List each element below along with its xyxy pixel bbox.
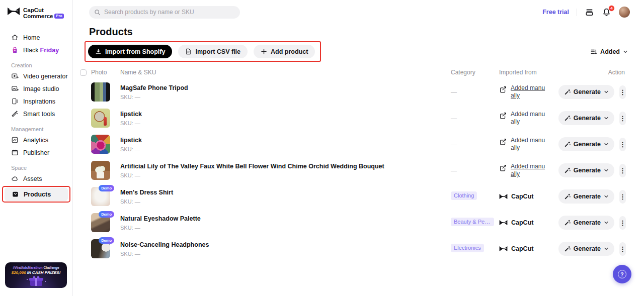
sidebar-item-label: Smart tools <box>23 111 55 118</box>
imported-manual-label[interactable]: Added manually <box>511 137 547 152</box>
demo-badge: Demo <box>99 185 114 191</box>
product-sku: SKU: — <box>120 225 445 231</box>
notifications-button[interactable]: 4 <box>602 8 611 17</box>
avatar[interactable] <box>619 7 630 18</box>
import-csv-label: Import CSV file <box>195 48 240 55</box>
kebab-icon: ⋮ <box>619 245 626 253</box>
sort-dropdown[interactable]: Added <box>590 48 628 55</box>
generate-button[interactable]: Generate <box>558 189 614 204</box>
promo-banner[interactable]: #ViralAdsMarathonChallenge $20,000IN CAS… <box>5 262 67 288</box>
free-trial-link[interactable]: Free trial <box>542 9 569 16</box>
imported-cell: CapCut <box>499 219 562 226</box>
promo-prizes: IN CASH PRIZES! <box>27 270 61 275</box>
generate-button[interactable]: Generate <box>558 111 614 125</box>
products-icon <box>12 190 19 198</box>
generate-label: Generate <box>574 141 601 148</box>
product-sku: SKU: — <box>120 251 445 257</box>
search-input[interactable] <box>104 9 235 16</box>
more-options-button[interactable]: ⋮ <box>619 138 626 151</box>
imported-capcut: CapCut <box>499 193 533 200</box>
topbar: Free trial 4 <box>73 0 644 24</box>
imported-manual-label[interactable]: Added manually <box>511 84 547 100</box>
action-cell: Generate ⋮ <box>562 189 626 204</box>
action-cell: Generate ⋮ <box>562 137 626 151</box>
generate-button[interactable]: Generate <box>558 163 614 177</box>
gift-graphic <box>25 275 47 286</box>
table-header: Photo Name & SKU Category Imported from … <box>79 66 626 79</box>
section-label-creation: Creation <box>11 62 72 68</box>
cloud-icon <box>11 175 19 182</box>
download-icon <box>95 48 102 55</box>
chevron-down-icon <box>604 194 609 199</box>
sidebar-item-video-generator[interactable]: Video generator <box>4 70 68 82</box>
chevron-down-icon <box>604 89 609 94</box>
sku-label: SKU: <box>120 251 133 257</box>
more-options-button[interactable]: ⋮ <box>619 242 626 256</box>
generate-button[interactable]: Generate <box>558 137 614 151</box>
add-product-button[interactable]: Add product <box>254 45 315 58</box>
sidebar-item-smart-tools[interactable]: Smart tools <box>4 108 68 120</box>
table-row: lipstick SKU: — — Added manually <box>79 105 626 131</box>
action-cell: Generate ⋮ <box>562 163 626 177</box>
product-photo-wrap: Demo <box>91 239 110 258</box>
more-options-button[interactable]: ⋮ <box>619 85 626 99</box>
products-table: Photo Name & SKU Category Imported from … <box>79 66 626 262</box>
table-row: Demo Noise-Canceling Headphones SKU: — E… <box>79 236 626 262</box>
imported-cell: CapCut <box>499 245 562 252</box>
product-sku: SKU: — <box>120 120 445 126</box>
sku-label: SKU: <box>120 225 133 231</box>
sku-value: — <box>135 172 140 178</box>
product-photo <box>91 109 110 128</box>
sku-value: — <box>135 94 140 100</box>
publisher-icon <box>11 149 19 156</box>
kebab-icon: ⋮ <box>619 88 626 96</box>
generate-button[interactable]: Generate <box>558 216 614 230</box>
magic-wand-icon <box>564 89 571 95</box>
sku-label: SKU: <box>120 94 133 100</box>
more-options-button[interactable]: ⋮ <box>619 164 626 177</box>
import-shopify-label: Import from Shopify <box>105 48 165 55</box>
sidebar-item-assets[interactable]: Assets <box>4 172 68 185</box>
generate-label: Generate <box>574 219 601 226</box>
more-options-button[interactable]: ⋮ <box>619 216 626 230</box>
sidebar: CapCut Commerce Pro Home Blac <box>0 0 73 296</box>
sidebar-item-analytics[interactable]: Analytics <box>4 134 68 146</box>
product-photo-wrap <box>91 135 110 154</box>
magic-wand-icon <box>564 246 571 252</box>
added-manually-icon <box>499 112 507 120</box>
sku-value: — <box>135 225 140 231</box>
category-empty: — <box>451 141 457 148</box>
generate-button[interactable]: Generate <box>558 242 614 256</box>
notification-count-badge: 4 <box>608 5 615 12</box>
topbar-divider <box>577 9 577 16</box>
analytics-icon <box>11 136 19 144</box>
sidebar-item-image-studio[interactable]: Image studio <box>4 82 68 95</box>
generate-label: Generate <box>574 193 601 200</box>
page-title: Products <box>89 26 644 38</box>
chevron-down-icon <box>623 49 628 54</box>
sidebar-item-inspirations[interactable]: Inspirations <box>4 95 68 108</box>
imported-capcut-label: CapCut <box>511 193 533 200</box>
capcut-logo-icon <box>499 193 508 200</box>
product-photo-wrap: Demo <box>91 187 110 206</box>
generate-button[interactable]: Generate <box>558 85 614 99</box>
printer-icon[interactable] <box>585 8 594 17</box>
imported-manual-label[interactable]: Added manually <box>511 163 547 178</box>
table-row: Demo Natural Eyeshadow Palette SKU: — Be… <box>79 210 626 236</box>
import-csv-button[interactable]: Import CSV file <box>178 45 248 58</box>
imported-manual-label[interactable]: Added manually <box>511 111 547 126</box>
generate-label: Generate <box>574 115 601 122</box>
import-shopify-button[interactable]: Import from Shopify <box>88 45 172 58</box>
select-all-checkbox[interactable] <box>80 69 87 76</box>
pro-badge: Pro <box>54 14 64 18</box>
sidebar-item-home[interactable]: Home <box>4 31 68 44</box>
more-options-button[interactable]: ⋮ <box>619 190 626 204</box>
sidebar-item-products[interactable]: Products <box>5 187 68 201</box>
more-options-button[interactable]: ⋮ <box>619 112 626 125</box>
annotation-box-toolbar: Import from Shopify Import CSV file Add … <box>85 41 321 62</box>
magic-wand-icon <box>564 220 571 226</box>
sidebar-item-publisher[interactable]: Publisher <box>4 146 68 159</box>
sidebar-item-black-friday[interactable]: BlackFriday <box>4 44 68 56</box>
help-button[interactable]: ? <box>613 265 631 283</box>
product-photo <box>91 135 110 154</box>
